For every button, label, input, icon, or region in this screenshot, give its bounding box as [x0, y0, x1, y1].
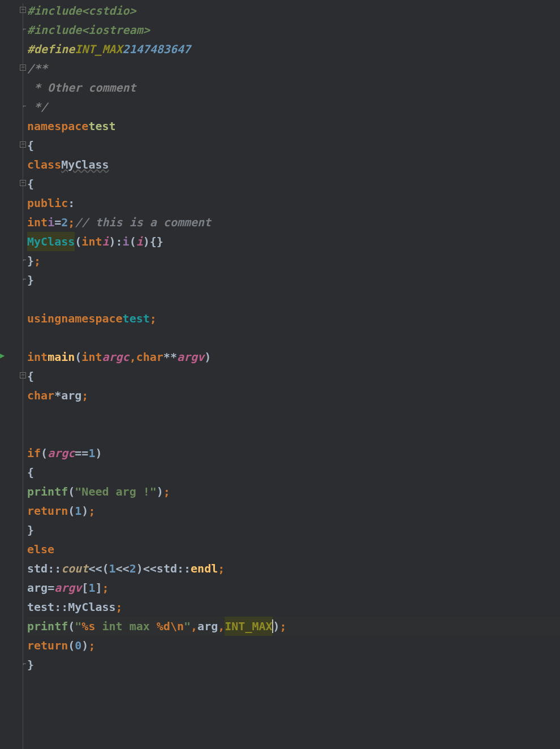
code-line[interactable]: * Other comment — [27, 78, 560, 97]
fold-icon[interactable] — [20, 180, 26, 186]
code-line[interactable] — [27, 290, 560, 309]
fold-close-icon[interactable]: ⌐ — [23, 24, 26, 34]
code-line[interactable]: char *arg; — [27, 386, 560, 405]
code-line[interactable]: else — [27, 540, 560, 559]
code-line[interactable]: class MyClass — [27, 155, 560, 174]
gutter: ⌐ ⌐ ⌐ ⌐ ▶ ⌐ — [0, 0, 27, 749]
code-line[interactable]: printf("Need arg !"); — [27, 482, 560, 501]
code-line[interactable] — [27, 328, 560, 347]
code-line[interactable]: } — [27, 520, 560, 540]
code-line[interactable]: namespace test — [27, 117, 560, 136]
code-line[interactable]: }; — [27, 251, 560, 270]
run-icon[interactable]: ▶ — [0, 349, 5, 363]
code-line[interactable]: #include <cstdio> — [27, 1, 560, 20]
fold-icon[interactable] — [20, 64, 26, 71]
code-line[interactable]: MyClass(int i) : i(i) {} — [27, 232, 560, 251]
code-line[interactable]: #define INT_MAX 2147483647 — [27, 40, 560, 59]
code-editor[interactable]: #include <cstdio> #include <iostream> #d… — [27, 0, 560, 674]
code-line[interactable]: return (0); — [27, 636, 560, 655]
code-line[interactable]: return (1); — [27, 501, 560, 520]
code-line[interactable]: { — [27, 136, 560, 155]
code-line[interactable]: /** — [27, 59, 560, 78]
code-line[interactable]: int main(int argc, char **argv) — [27, 347, 560, 367]
code-line[interactable]: } — [27, 270, 560, 290]
code-line[interactable]: test::MyClass; — [27, 597, 560, 617]
code-line[interactable]: std::cout << (1 << 2) << std::endl; — [27, 559, 560, 578]
fold-close-icon[interactable]: ⌐ — [23, 255, 26, 265]
code-line[interactable]: { — [27, 174, 560, 193]
fold-icon[interactable] — [20, 372, 26, 378]
code-line[interactable]: } — [27, 655, 560, 674]
code-line[interactable]: */ — [27, 97, 560, 117]
code-line[interactable]: if (argc == 1) — [27, 444, 560, 463]
code-line[interactable]: { — [27, 367, 560, 386]
fold-icon[interactable] — [20, 141, 26, 148]
code-line[interactable]: int i = 2; // this is a comment — [27, 213, 560, 232]
code-line[interactable]: { — [27, 463, 560, 482]
fold-close-icon[interactable]: ⌐ — [23, 101, 26, 111]
code-line[interactable]: public: — [27, 193, 560, 213]
code-line[interactable]: arg = argv[1]; — [27, 578, 560, 597]
fold-close-icon[interactable]: ⌐ — [23, 274, 26, 284]
code-line[interactable]: printf("%s int max %d\n", arg, INT_MAX); — [27, 617, 560, 636]
code-line[interactable]: using namespace test; — [27, 309, 560, 328]
code-line[interactable] — [27, 424, 560, 444]
fold-close-icon[interactable]: ⌐ — [23, 659, 26, 669]
fold-icon[interactable] — [20, 7, 26, 13]
code-line[interactable]: #include <iostream> — [27, 20, 560, 40]
code-line[interactable] — [27, 405, 560, 424]
